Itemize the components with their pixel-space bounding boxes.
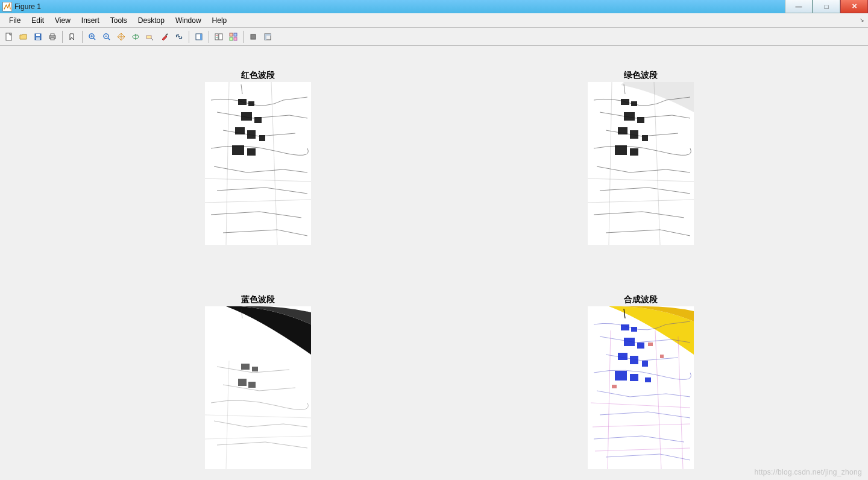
- svg-rect-81: [648, 343, 653, 346]
- subplot-title: 红色波段: [205, 70, 311, 81]
- show-plot-tools-button[interactable]: [261, 30, 274, 43]
- svg-rect-80: [645, 377, 651, 382]
- subplot-title: 蓝色波段: [205, 294, 311, 305]
- svg-rect-72: [631, 327, 637, 332]
- svg-rect-37: [247, 130, 256, 139]
- svg-rect-33: [248, 101, 254, 106]
- svg-rect-51: [630, 130, 638, 139]
- svg-rect-3: [36, 37, 40, 40]
- new-figure-button[interactable]: [2, 30, 16, 43]
- svg-rect-82: [660, 355, 664, 358]
- subplot-green-band: 绿色波段: [588, 70, 694, 245]
- window-title: Figure 1: [14, 2, 41, 11]
- menu-help[interactable]: Help: [207, 14, 233, 27]
- svg-rect-83: [612, 385, 617, 388]
- svg-rect-2: [36, 34, 40, 36]
- dock-arrow-icon[interactable]: ↘: [860, 17, 864, 23]
- toolbar-separator: [209, 31, 209, 43]
- svg-rect-34: [241, 112, 252, 121]
- title-bar: Figure 1 — □ ✕: [0, 0, 868, 13]
- svg-rect-76: [630, 356, 638, 364]
- svg-rect-46: [621, 99, 629, 105]
- pan-button[interactable]: [115, 30, 128, 43]
- rotate-3d-button[interactable]: [129, 30, 142, 43]
- svg-rect-20: [219, 34, 222, 40]
- svg-rect-75: [618, 353, 627, 360]
- window-controls: — □ ✕: [785, 0, 868, 13]
- menu-tools[interactable]: Tools: [105, 14, 133, 27]
- open-button[interactable]: [17, 30, 30, 43]
- brush-button[interactable]: [158, 30, 171, 43]
- subplot-title: 绿色波段: [588, 70, 694, 81]
- svg-rect-27: [251, 34, 256, 39]
- minimize-button[interactable]: —: [785, 0, 813, 13]
- maximize-button[interactable]: □: [813, 0, 840, 13]
- hide-plot-tools-button[interactable]: [247, 30, 260, 43]
- subplot-title: 合成波段: [588, 294, 694, 305]
- save-button[interactable]: [31, 30, 45, 43]
- zoom-in-button[interactable]: [86, 30, 99, 43]
- toolbar-separator: [82, 31, 83, 43]
- svg-rect-61: [252, 367, 258, 371]
- insert-colorbar-button[interactable]: [192, 30, 206, 43]
- svg-rect-5: [51, 34, 54, 36]
- menu-desktop[interactable]: Desktop: [133, 14, 170, 27]
- data-cursor-button[interactable]: [143, 30, 157, 43]
- menu-file[interactable]: File: [4, 14, 26, 27]
- toolbar: [0, 28, 868, 46]
- svg-rect-77: [642, 361, 648, 367]
- svg-rect-19: [215, 34, 218, 40]
- svg-line-12: [108, 38, 110, 40]
- svg-rect-24: [234, 33, 237, 36]
- axes-image-blue[interactable]: [205, 306, 311, 469]
- svg-rect-53: [615, 145, 627, 155]
- close-button[interactable]: ✕: [840, 0, 868, 13]
- svg-rect-23: [230, 33, 233, 36]
- svg-rect-39: [232, 145, 244, 155]
- svg-rect-36: [235, 127, 245, 134]
- svg-rect-71: [621, 324, 629, 330]
- svg-rect-54: [630, 148, 638, 156]
- menu-insert[interactable]: Insert: [76, 14, 105, 27]
- menu-window[interactable]: Window: [170, 14, 207, 27]
- insert-legend-button[interactable]: [212, 30, 225, 43]
- toolbar-separator: [243, 31, 244, 43]
- svg-rect-26: [234, 37, 237, 40]
- print-button[interactable]: [46, 30, 59, 43]
- matlab-figure-icon: [2, 2, 12, 11]
- svg-line-8: [93, 38, 95, 40]
- svg-rect-62: [238, 379, 247, 386]
- axes-image-composite[interactable]: [588, 306, 694, 469]
- svg-rect-78: [615, 371, 627, 381]
- svg-rect-60: [241, 364, 250, 370]
- subplot-blue-band: 蓝色波段: [205, 294, 311, 469]
- menu-bar: File Edit View Insert Tools Desktop Wind…: [0, 13, 868, 28]
- svg-rect-50: [618, 127, 627, 134]
- toolbar-separator: [189, 31, 189, 43]
- svg-rect-35: [254, 117, 262, 123]
- svg-rect-38: [259, 135, 265, 141]
- svg-rect-47: [631, 101, 637, 106]
- link-button[interactable]: [172, 30, 186, 43]
- toolbar-separator: [62, 31, 63, 43]
- menu-edit[interactable]: Edit: [26, 14, 49, 27]
- zoom-out-button[interactable]: [100, 30, 113, 43]
- svg-rect-25: [230, 37, 233, 40]
- svg-rect-40: [247, 148, 256, 156]
- subplot-composite-band: 合成波段: [588, 294, 694, 469]
- svg-rect-79: [630, 374, 638, 381]
- svg-rect-74: [637, 343, 644, 349]
- axes-image-green[interactable]: [588, 82, 694, 245]
- svg-rect-15: [146, 36, 151, 39]
- svg-line-16: [151, 39, 153, 40]
- new-subplot-button[interactable]: [227, 30, 240, 43]
- edit-plot-button[interactable]: [66, 30, 79, 43]
- menu-view[interactable]: View: [49, 14, 76, 27]
- svg-rect-18: [200, 34, 202, 40]
- svg-rect-52: [642, 135, 648, 141]
- svg-rect-48: [624, 112, 635, 121]
- axes-image-red[interactable]: [205, 82, 311, 245]
- svg-rect-73: [624, 338, 635, 346]
- svg-rect-49: [637, 117, 644, 123]
- figure-canvas: 红色波段: [0, 46, 868, 480]
